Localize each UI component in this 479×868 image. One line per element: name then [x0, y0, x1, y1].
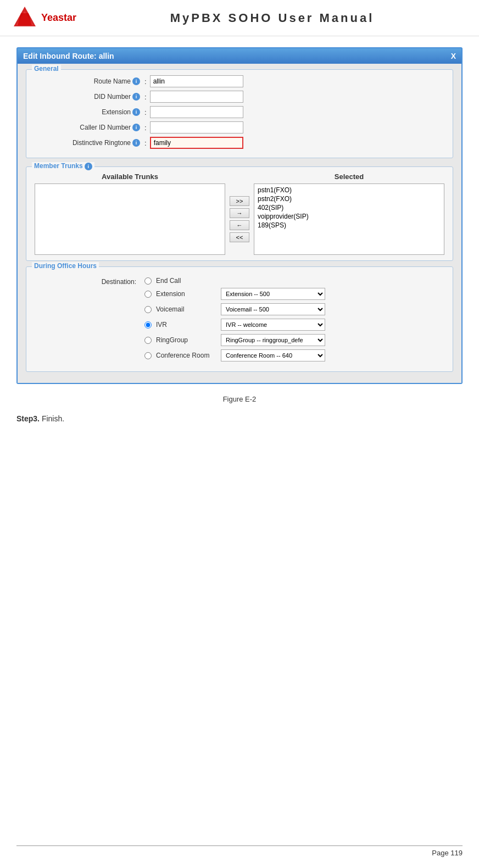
caller-id-label: Caller ID Numberi: [35, 124, 144, 132]
logo-text: Yeastar: [41, 12, 76, 24]
route-name-info-icon[interactable]: i: [132, 77, 140, 85]
trunks-body: >> → ← << pstn1(FXO) pstn2(FXO) 402(SIP)…: [35, 183, 444, 255]
ringtone-label: Distinctive Ringtonei: [35, 139, 144, 147]
extension-dest-select[interactable]: Extension -- 500: [221, 288, 325, 300]
ivr-label: IVR: [156, 321, 216, 329]
member-trunks-label: Member Trunksi: [32, 162, 94, 170]
trunks-header: Available Trunks Selected: [35, 173, 444, 181]
main-content: Edit Inbound Route: allin X General Rout…: [0, 36, 479, 445]
ringgroup-row: RingGroup RingGroup -- ringgroup_defe: [144, 334, 325, 346]
edit-inbound-route-dialog: Edit Inbound Route: allin X General Rout…: [16, 47, 463, 384]
trunk-transfer-buttons: >> → ← <<: [230, 196, 249, 242]
ivr-select[interactable]: IVR -- welcome: [221, 319, 325, 331]
did-number-label: DID Numberi: [35, 93, 144, 101]
extension-dest-row: Extension Extension -- 500: [144, 288, 325, 300]
end-call-row: End Call: [144, 277, 325, 285]
did-number-input[interactable]: [150, 91, 243, 103]
general-section: General Route Namei : DID Numberi :: [26, 69, 453, 158]
destination-label: Destination:: [35, 277, 144, 286]
dialog-body: General Route Namei : DID Numberi :: [18, 64, 461, 383]
figure-caption: Figure E-2: [16, 395, 463, 403]
ringtone-row: Distinctive Ringtonei :: [35, 137, 444, 149]
member-trunks-info-icon[interactable]: i: [85, 163, 92, 170]
ringtone-input[interactable]: [150, 137, 243, 149]
caller-id-input[interactable]: [150, 121, 243, 133]
end-call-radio[interactable]: [144, 277, 152, 285]
page-title: MyPBX SOHO User Manual: [76, 11, 468, 25]
route-name-input[interactable]: [150, 75, 243, 87]
page-header: Yeastar MyPBX SOHO User Manual: [0, 0, 479, 36]
remove-all-button[interactable]: <<: [230, 232, 249, 242]
general-section-label: General: [32, 65, 61, 73]
trunk-item-voipprovider[interactable]: voipprovider(SIP): [256, 212, 442, 221]
voicemail-select[interactable]: Voicemail -- 500: [221, 303, 325, 315]
route-name-row: Route Namei :: [35, 75, 444, 87]
yeastar-logo-icon: [11, 5, 38, 30]
svg-marker-2: [18, 13, 32, 25]
ivr-row: IVR IVR -- welcome: [144, 319, 325, 331]
dialog-close-button[interactable]: X: [451, 52, 456, 60]
conference-room-label: Conference Room: [156, 352, 216, 359]
selected-trunks-list[interactable]: pstn1(FXO) pstn2(FXO) 402(SIP) voipprovi…: [254, 183, 444, 255]
ivr-radio[interactable]: [144, 321, 152, 329]
caller-id-row: Caller ID Numberi :: [35, 121, 444, 133]
step3-text: Step3. Finish.: [16, 414, 463, 423]
route-name-label: Route Namei: [35, 77, 144, 86]
end-call-label: End Call: [156, 277, 216, 285]
ringtone-info-icon[interactable]: i: [132, 139, 140, 147]
conference-room-radio[interactable]: [144, 352, 152, 359]
conference-room-row: Conference Room Conference Room -- 640: [144, 349, 325, 361]
voicemail-row: Voicemail Voicemail -- 500: [144, 303, 325, 315]
ringgroup-radio[interactable]: [144, 337, 152, 344]
step3-description: Finish.: [40, 414, 64, 423]
destination-options: End Call Extension Extension -- 500: [144, 277, 325, 361]
voicemail-label: Voicemail: [156, 305, 216, 313]
extension-dest-label: Extension: [156, 290, 216, 298]
available-trunks-list[interactable]: [35, 183, 225, 255]
extension-input[interactable]: [150, 106, 243, 118]
member-trunks-section: Member Trunksi Available Trunks Selected…: [26, 166, 453, 261]
page-footer: Page 119: [16, 845, 463, 857]
dialog-title-bar: Edit Inbound Route: allin X: [18, 48, 461, 64]
office-hours-section: During Office Hours Destination: End Cal…: [26, 266, 453, 372]
available-trunks-title: Available Trunks: [35, 173, 225, 181]
did-number-row: DID Numberi :: [35, 91, 444, 103]
destination-container: Destination: End Call Extension E: [35, 272, 444, 366]
extension-info-icon[interactable]: i: [132, 108, 140, 116]
trunk-item-402[interactable]: 402(SIP): [256, 203, 442, 212]
caller-id-info-icon[interactable]: i: [132, 124, 140, 131]
did-number-info-icon[interactable]: i: [132, 93, 140, 101]
add-one-button[interactable]: →: [230, 208, 249, 218]
voicemail-radio[interactable]: [144, 306, 152, 313]
conference-room-select[interactable]: Conference Room -- 640: [221, 349, 325, 361]
page-number: Page 119: [432, 849, 463, 857]
add-all-button[interactable]: >>: [230, 196, 249, 206]
step3-label: Step3.: [16, 414, 40, 423]
trunk-item-pstn2[interactable]: pstn2(FXO): [256, 194, 442, 203]
ringgroup-select[interactable]: RingGroup -- ringgroup_defe: [221, 334, 325, 346]
trunk-item-pstn1[interactable]: pstn1(FXO): [256, 186, 442, 194]
logo: Yeastar: [11, 5, 76, 30]
remove-one-button[interactable]: ←: [230, 220, 249, 230]
office-hours-label: During Office Hours: [32, 262, 99, 270]
selected-trunks-title: Selected: [254, 173, 444, 181]
extension-dest-radio[interactable]: [144, 291, 152, 298]
dialog-title: Edit Inbound Route: allin: [23, 52, 114, 60]
trunk-item-189[interactable]: 189(SPS): [256, 221, 442, 230]
extension-label: Extensioni: [35, 108, 144, 116]
ringgroup-label: RingGroup: [156, 336, 216, 344]
extension-row: Extensioni :: [35, 106, 444, 118]
